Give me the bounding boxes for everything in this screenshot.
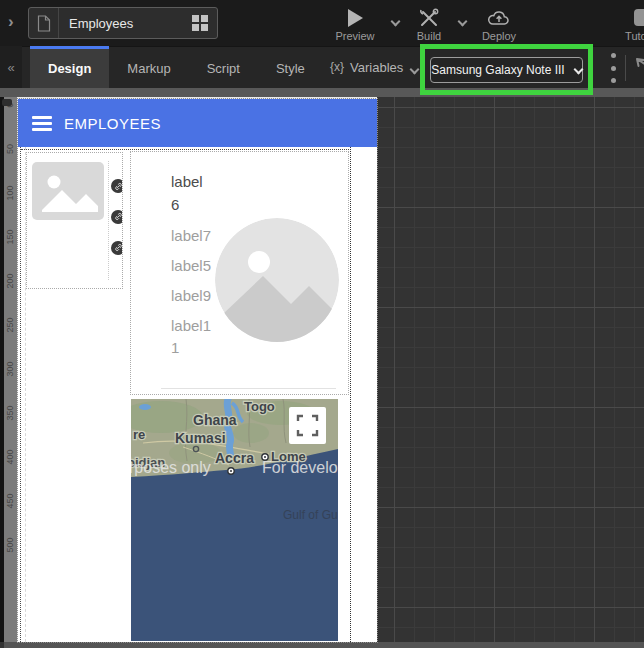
variables-caret-icon	[410, 64, 420, 74]
tab-style-label: Style	[276, 61, 305, 76]
page-tab-employees[interactable]: Employees	[28, 7, 218, 39]
mobile-app-header[interactable]: EMPLOYEES	[18, 99, 377, 147]
tutorials-button[interactable]: Tutorials	[614, 0, 644, 46]
list-item-divider	[108, 161, 109, 280]
horizontal-scroll-strip[interactable]	[4, 642, 644, 648]
list-item-field-row[interactable]: n	[111, 177, 123, 195]
map-label-kumasi: Kumasi	[175, 430, 226, 446]
horizontal-ruler	[0, 88, 644, 97]
ruler-tick-450: 450	[5, 486, 15, 516]
variables-dropdown[interactable]: {x} Variables	[330, 46, 418, 88]
tab-design[interactable]: Design	[30, 46, 109, 88]
detail-value[interactable]: 6	[171, 195, 179, 215]
deploy-cloud-icon	[487, 7, 511, 28]
build-tools-icon	[418, 7, 440, 28]
vertical-ruler: 0 50 100 150 200 250 300 350 400 450 500	[4, 97, 17, 642]
binding-link-icon	[111, 179, 123, 193]
binding-link-icon	[111, 241, 123, 255]
tab-markup[interactable]: Markup	[109, 46, 188, 88]
deploy-button[interactable]: Deploy	[472, 0, 526, 46]
design-canvas: EMPLOYEES	[17, 97, 377, 642]
tutorials-label: Tutorials	[625, 30, 644, 42]
google-map-widget[interactable]: Togo Ghana Kumasi Accra Lome re bidjan r…	[131, 399, 338, 641]
editor-tabs: Design Markup Script Style	[30, 46, 323, 88]
detail-label[interactable]: label7	[171, 226, 211, 246]
ruler-origin-icon	[2, 99, 12, 106]
page-selection-border-right	[350, 147, 351, 642]
map-watermark-right: For develop	[262, 459, 338, 476]
page-tab-label: Employees	[59, 16, 192, 31]
preview-label: Preview	[335, 30, 374, 42]
map-label-region: re	[133, 427, 145, 442]
ruler-tick-150: 150	[5, 222, 15, 252]
preview-button[interactable]: Preview	[324, 0, 386, 46]
device-select-caret-icon	[573, 64, 583, 74]
components-grid-icon[interactable]	[192, 15, 208, 31]
detail-label[interactable]: label9	[171, 286, 211, 306]
tab-design-label: Design	[48, 61, 91, 76]
ruler-tick-500: 500	[5, 530, 15, 560]
map-label-gulf: Gulf of Gui	[283, 508, 338, 522]
hamburger-menu-icon[interactable]	[32, 113, 52, 134]
avatar-image-placeholder-icon[interactable]	[215, 218, 339, 342]
map-label-accra: Accra	[215, 450, 254, 466]
design-workspace: 0 50 100 150 200 250 300 350 400 450 500…	[0, 88, 644, 648]
phone-scrollbar-track[interactable]	[352, 147, 377, 642]
map-label-ghana: Ghana	[193, 412, 237, 428]
ruler-tick-250: 250	[5, 310, 15, 340]
detail-panel-widget[interactable]: label 6 label7 label5 label9 label1 1	[130, 151, 349, 395]
deploy-label: Deploy	[482, 30, 516, 42]
build-label: Build	[417, 30, 441, 42]
page-selection-border-top	[21, 149, 351, 150]
list-item-field-row[interactable]: C	[111, 239, 123, 256]
map-fullscreen-button[interactable]	[289, 407, 326, 444]
undo-arrow-icon[interactable]	[634, 56, 644, 78]
page-selection-border-left	[20, 147, 21, 642]
list-item-field-row[interactable]: D	[111, 208, 123, 225]
toolbar-divider	[625, 55, 626, 81]
ruler-tick-350: 350	[5, 398, 15, 428]
build-button[interactable]: Build	[405, 0, 453, 46]
collapse-panel-chevron-icon[interactable]: «	[0, 46, 22, 88]
detail-value[interactable]: 1	[171, 338, 179, 358]
tab-markup-label: Markup	[127, 61, 170, 76]
tab-script[interactable]: Script	[189, 46, 258, 88]
variables-label: Variables	[350, 60, 403, 75]
ruler-tick-50: 50	[5, 134, 15, 164]
map-watermark-left: rposes only	[131, 459, 211, 476]
ruler-tick-200: 200	[5, 266, 15, 296]
ruler-tick-100: 100	[5, 178, 15, 208]
map-label-togo: Togo	[244, 399, 275, 414]
detail-label[interactable]: label	[171, 172, 203, 192]
top-toolbar: › Employees Preview	[0, 0, 644, 46]
play-icon	[348, 7, 363, 28]
device-select-value: Samsung Galaxy Note III	[431, 63, 564, 77]
preview-caret-icon[interactable]	[391, 17, 401, 27]
canvas-grid-background	[377, 97, 644, 642]
more-options-kebab-icon[interactable]	[604, 53, 622, 83]
youtube-icon	[634, 7, 644, 28]
image-placeholder-icon[interactable]	[32, 162, 104, 220]
app-builder-window: › Employees Preview	[0, 0, 644, 648]
build-caret-icon[interactable]	[458, 17, 468, 27]
detail-label[interactable]: label5	[171, 256, 211, 276]
tab-script-label: Script	[207, 61, 240, 76]
tab-style[interactable]: Style	[258, 46, 323, 88]
page-doc-icon	[29, 8, 59, 38]
variables-icon: {x}	[330, 60, 344, 74]
detail-divider	[161, 388, 336, 389]
binding-link-icon	[111, 210, 123, 224]
ruler-tick-300: 300	[5, 354, 15, 384]
expand-pages-chevron-icon[interactable]: ›	[8, 12, 14, 32]
actions-spacer	[526, 0, 614, 46]
mobile-page-body: n D C	[18, 147, 377, 642]
ruler-tick-400: 400	[5, 442, 15, 472]
mobile-app-title: EMPLOYEES	[64, 115, 161, 132]
detail-label[interactable]: label1	[171, 316, 211, 336]
device-select[interactable]: Samsung Galaxy Note III	[430, 57, 583, 83]
topbar-actions: Preview Build	[324, 0, 644, 46]
list-item-widget[interactable]: n D C	[26, 152, 123, 289]
phone-preview[interactable]: EMPLOYEES	[18, 99, 377, 642]
